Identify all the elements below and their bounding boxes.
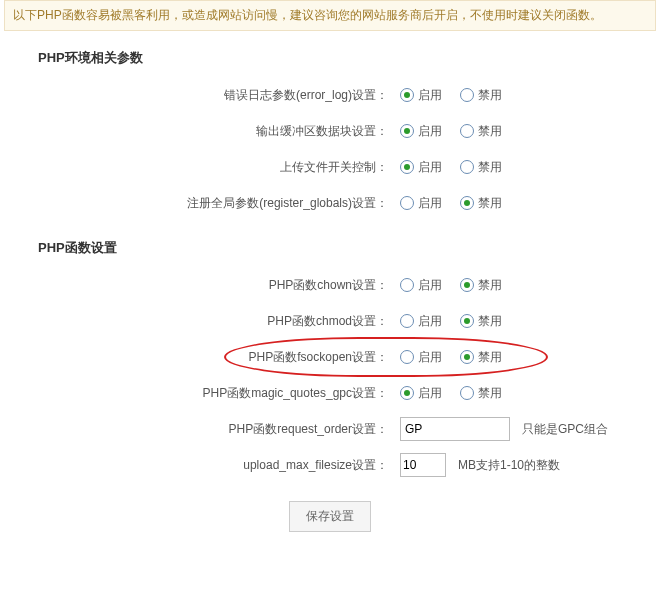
- input-request-order[interactable]: [400, 417, 510, 441]
- setting-label: 注册全局参数(register_globals)设置：: [4, 195, 400, 212]
- radio-label: 启用: [418, 195, 442, 212]
- radio-disable[interactable]: 禁用: [460, 277, 502, 294]
- radio-label: 禁用: [478, 159, 502, 176]
- setting-row: PHP函数chown设置：启用禁用: [4, 267, 656, 303]
- radio-icon: [460, 386, 474, 400]
- radio-icon: [400, 160, 414, 174]
- radio-icon: [400, 196, 414, 210]
- setting-row: 输出缓冲区数据块设置：启用禁用: [4, 113, 656, 149]
- radio-icon: [460, 124, 474, 138]
- radio-disable[interactable]: 禁用: [460, 123, 502, 140]
- radio-enable[interactable]: 启用: [400, 349, 442, 366]
- radio-enable[interactable]: 启用: [400, 123, 442, 140]
- radio-label: 禁用: [478, 195, 502, 212]
- section-title-env: PHP环境相关参数: [38, 49, 656, 67]
- setting-row: PHP函数chmod设置：启用禁用: [4, 303, 656, 339]
- radio-icon: [460, 88, 474, 102]
- setting-row: PHP函数magic_quotes_gpc设置：启用禁用: [4, 375, 656, 411]
- save-button[interactable]: 保存设置: [289, 501, 371, 532]
- radio-disable[interactable]: 禁用: [460, 87, 502, 104]
- radio-icon: [400, 386, 414, 400]
- radio-label: 启用: [418, 87, 442, 104]
- radio-disable[interactable]: 禁用: [460, 385, 502, 402]
- setting-label: PHP函数chmod设置：: [4, 313, 400, 330]
- radio-label: 禁用: [478, 123, 502, 140]
- setting-row: 上传文件开关控制：启用禁用: [4, 149, 656, 185]
- page-wrap: 以下PHP函数容易被黑客利用，或造成网站访问慢，建议咨询您的网站服务商后开启，不…: [0, 0, 660, 572]
- radio-label: 启用: [418, 313, 442, 330]
- hint-request-order: 只能是GPC组合: [522, 421, 608, 438]
- radio-disable[interactable]: 禁用: [460, 159, 502, 176]
- radio-label: 禁用: [478, 313, 502, 330]
- setting-label: PHP函数fsockopen设置：: [4, 349, 400, 366]
- radio-disable[interactable]: 禁用: [460, 195, 502, 212]
- warning-notice: 以下PHP函数容易被黑客利用，或造成网站访问慢，建议咨询您的网站服务商后开启，不…: [4, 0, 656, 31]
- radio-enable[interactable]: 启用: [400, 87, 442, 104]
- setting-row: PHP函数fsockopen设置：启用禁用: [4, 339, 656, 375]
- setting-label: PHP函数chown设置：: [4, 277, 400, 294]
- label-request-order: PHP函数request_order设置：: [4, 421, 400, 438]
- radio-label: 启用: [418, 159, 442, 176]
- env-rows: 错误日志参数(error_log)设置：启用禁用输出缓冲区数据块设置：启用禁用上…: [4, 77, 656, 221]
- radio-icon: [460, 314, 474, 328]
- hint-upload-size: MB支持1-10的整数: [458, 457, 560, 474]
- radio-icon: [460, 350, 474, 364]
- radio-enable[interactable]: 启用: [400, 313, 442, 330]
- radio-icon: [400, 278, 414, 292]
- radio-label: 禁用: [478, 385, 502, 402]
- row-request-order: PHP函数request_order设置： 只能是GPC组合: [4, 411, 656, 447]
- radio-icon: [400, 124, 414, 138]
- setting-label: 上传文件开关控制：: [4, 159, 400, 176]
- radio-label: 启用: [418, 349, 442, 366]
- radio-icon: [460, 278, 474, 292]
- func-rows: PHP函数chown设置：启用禁用PHP函数chmod设置：启用禁用PHP函数f…: [4, 267, 656, 411]
- radio-icon: [400, 350, 414, 364]
- setting-row: 错误日志参数(error_log)设置：启用禁用: [4, 77, 656, 113]
- radio-enable[interactable]: 启用: [400, 159, 442, 176]
- radio-label: 禁用: [478, 349, 502, 366]
- section-title-func: PHP函数设置: [38, 239, 656, 257]
- radio-icon: [400, 314, 414, 328]
- setting-label: 输出缓冲区数据块设置：: [4, 123, 400, 140]
- setting-label: 错误日志参数(error_log)设置：: [4, 87, 400, 104]
- setting-row: 注册全局参数(register_globals)设置：启用禁用: [4, 185, 656, 221]
- input-upload-size[interactable]: [400, 453, 446, 477]
- radio-enable[interactable]: 启用: [400, 385, 442, 402]
- radio-label: 启用: [418, 385, 442, 402]
- radio-label: 禁用: [478, 87, 502, 104]
- radio-icon: [460, 160, 474, 174]
- radio-enable[interactable]: 启用: [400, 277, 442, 294]
- radio-disable[interactable]: 禁用: [460, 313, 502, 330]
- radio-label: 禁用: [478, 277, 502, 294]
- row-upload-size: upload_max_filesize设置： MB支持1-10的整数: [4, 447, 656, 483]
- save-row: 保存设置: [4, 501, 656, 532]
- label-upload-size: upload_max_filesize设置：: [4, 457, 400, 474]
- radio-label: 启用: [418, 123, 442, 140]
- setting-label: PHP函数magic_quotes_gpc设置：: [4, 385, 400, 402]
- radio-disable[interactable]: 禁用: [460, 349, 502, 366]
- radio-icon: [400, 88, 414, 102]
- radio-label: 启用: [418, 277, 442, 294]
- radio-enable[interactable]: 启用: [400, 195, 442, 212]
- radio-icon: [460, 196, 474, 210]
